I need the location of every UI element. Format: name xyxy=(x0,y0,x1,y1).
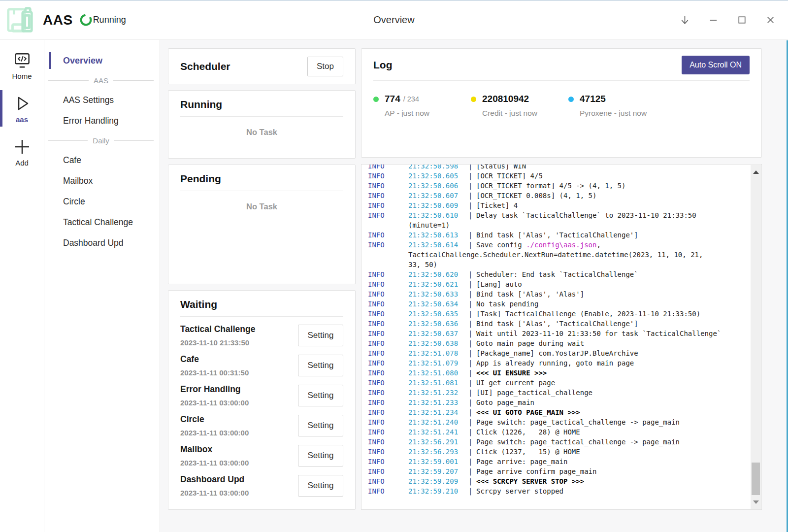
rail-item-aas[interactable]: aas xyxy=(0,92,44,125)
sidebar-section-divider: AAS xyxy=(44,71,160,90)
window-controls xyxy=(679,14,788,26)
running-empty-text: No Task xyxy=(180,128,343,137)
sidebar-item-overview[interactable]: Overview xyxy=(44,50,160,71)
pending-card: Pending No Task xyxy=(168,165,356,284)
task-next-run-time: 2023-11-11 03:00:00 xyxy=(180,489,249,497)
maximize-icon[interactable] xyxy=(736,14,748,26)
home-code-monitor-icon xyxy=(12,52,33,69)
log-card: Log Auto Scroll ON 774 / 234 AP - just n… xyxy=(361,48,762,158)
waiting-task-tactical-challenge: Tactical Challenge 2023-11-10 21:33:50 S… xyxy=(180,324,343,347)
log-line: INFO 21:32:59.207 | Page arrive confirm … xyxy=(368,466,745,476)
log-console[interactable]: INFO 21:32:50.598 | [Status] WIN INFO 21… xyxy=(361,164,762,510)
task-setting-button[interactable]: Setting xyxy=(298,415,343,436)
stat-ap-just-now: 774 / 234 AP - just now xyxy=(373,94,471,118)
sidebar-item-circle[interactable]: Circle xyxy=(44,191,160,212)
log-line: INFO 21:32:50.636 | Bind task ['Alas', '… xyxy=(368,319,745,329)
log-line: INFO 21:32:50.607 | [OCR_TICKET 0.008s] … xyxy=(368,191,745,200)
active-indicator-bar xyxy=(49,52,51,69)
stat-dot-icon xyxy=(568,97,574,102)
task-name: Cafe xyxy=(180,354,249,365)
running-card: Running No Task xyxy=(168,90,356,159)
log-scrollbar-thumb[interactable] xyxy=(752,463,760,495)
titlebar: AAS Running Overview xyxy=(0,0,788,40)
minimize-icon[interactable] xyxy=(707,14,719,26)
log-line: INFO 21:32:56.293 | Click (1237, 15) @ H… xyxy=(368,447,745,457)
log-line: INFO 21:32:51.234 | <<< UI GOTO PAGE_MAI… xyxy=(368,407,745,417)
rail-item-add[interactable]: Add xyxy=(0,135,44,168)
task-setting-button[interactable]: Setting xyxy=(298,355,343,376)
waiting-task-cafe: Cafe 2023-11-11 00:31:50 Setting xyxy=(180,354,343,377)
download-update-icon[interactable] xyxy=(679,14,690,26)
scheduler-card: Scheduler Stop xyxy=(168,48,356,84)
log-line: INFO 21:32:50.635 | [Task] TacticalChall… xyxy=(368,309,745,319)
task-next-run-time: 2023-11-11 03:00:00 xyxy=(180,399,249,407)
log-line: INFO 21:32:50.633 | Bind task ['Alas', '… xyxy=(368,289,745,299)
log-line: INFO 21:32:50.621 | [Lang] auto xyxy=(368,279,745,289)
close-icon[interactable] xyxy=(764,14,776,26)
task-setting-button[interactable]: Setting xyxy=(298,445,343,466)
pending-empty-text: No Task xyxy=(180,202,343,211)
task-name: Circle xyxy=(180,414,249,425)
stat-pyroxene-just-now: 47125 Pyroxene - just now xyxy=(568,94,666,118)
task-next-run-time: 2023-11-11 00:31:50 xyxy=(180,368,249,377)
plus-icon xyxy=(13,137,32,156)
config-sidebar: Overview AAS AAS Settings Error Handling… xyxy=(44,40,160,532)
sidebar-item-tactical-challenge[interactable]: Tactical Challenge xyxy=(44,212,160,233)
sidebar-item-mailbox[interactable]: Mailbox xyxy=(44,170,160,191)
rail-item-home[interactable]: Home xyxy=(0,50,44,81)
log-line: INFO 21:32:50.598 | [Status] WIN xyxy=(368,164,745,171)
running-spinner-icon xyxy=(79,13,93,27)
log-line: INFO 21:32:59.001 | Page arrive: page_ma… xyxy=(368,457,745,466)
app-logo-icon xyxy=(4,5,35,35)
task-name: Dashboard Upd xyxy=(180,474,249,485)
scheduler-status-text: Running xyxy=(93,15,126,25)
waiting-title: Waiting xyxy=(180,299,343,310)
auto-scroll-toggle-button[interactable]: Auto Scroll ON xyxy=(682,56,750,74)
waiting-task-circle: Circle 2023-11-11 03:00:00 Setting xyxy=(180,414,343,437)
log-line: INFO 21:32:51.233 | Goto page_main xyxy=(368,398,745,407)
task-next-run-time: 2023-11-11 03:00:00 xyxy=(180,459,249,467)
log-line-continuation: TacticalChallenge.Scheduler.NextRun=date… xyxy=(368,250,745,260)
sidebar-item-dashboard-upd[interactable]: Dashboard Upd xyxy=(44,233,160,253)
log-line: INFO 21:32:50.637 | Wait until 2023-11-1… xyxy=(368,329,745,338)
waiting-task-dashboard-upd: Dashboard Upd 2023-11-11 03:00:00 Settin… xyxy=(180,474,343,497)
scroll-down-arrow-icon[interactable] xyxy=(751,497,761,507)
scheduler-stop-button[interactable]: Stop xyxy=(307,57,343,76)
task-next-run-time: 2023-11-11 03:00:00 xyxy=(180,429,249,437)
log-line: INFO 21:32:59.210 | Scrcpy server stoppe… xyxy=(368,486,745,496)
sidebar-item-error-handling[interactable]: Error Handling xyxy=(44,110,160,131)
log-line-continuation: (minute=1) xyxy=(368,220,745,230)
app-logo: AAS Running xyxy=(0,5,126,35)
log-line: INFO 21:32:51.079 | App is already runni… xyxy=(368,358,745,368)
task-setting-button[interactable]: Setting xyxy=(298,385,343,406)
log-line: INFO 21:32:50.613 | Bind task ['Alas', '… xyxy=(368,230,745,240)
log-line: INFO 21:32:51.241 | Click (1226, 28) @ H… xyxy=(368,427,745,437)
play-icon xyxy=(12,94,32,113)
sidebar-item-cafe[interactable]: Cafe xyxy=(44,150,160,170)
task-name: Error Handling xyxy=(180,384,249,395)
scheduler-title: Scheduler xyxy=(180,61,230,72)
log-line: INFO 21:32:51.240 | Page switch: page_ta… xyxy=(368,417,745,427)
task-name: Tactical Challenge xyxy=(180,324,255,334)
stat-credit-just-now: 220810942 Credit - just now xyxy=(471,94,568,118)
running-title: Running xyxy=(180,99,343,110)
log-line: INFO 21:32:59.209 | <<< SCRCPY SERVER ST… xyxy=(368,476,745,486)
log-line: INFO 21:32:50.634 | No task pending xyxy=(368,299,745,309)
stat-dot-icon xyxy=(471,97,476,102)
task-setting-button[interactable]: Setting xyxy=(298,475,343,497)
log-title: Log xyxy=(373,59,392,71)
scroll-up-arrow-icon[interactable] xyxy=(751,167,761,177)
app-name: AAS xyxy=(43,12,73,28)
stat-dot-icon xyxy=(373,97,379,102)
sidebar-item-aas-settings[interactable]: AAS Settings xyxy=(44,90,160,110)
main-area: Scheduler Stop Running No Task Pending N… xyxy=(160,40,788,532)
icon-rail: Home aas Add xyxy=(0,40,44,532)
log-line: INFO 21:32:50.638 | Goto main page durin… xyxy=(368,338,745,348)
task-name: Mailbox xyxy=(180,444,249,455)
log-line: INFO 21:32:50.620 | Scheduler: End task … xyxy=(368,269,745,279)
log-line: INFO 21:32:50.605 | [OCR_TICKET] 4/5 xyxy=(368,171,745,181)
task-setting-button[interactable]: Setting xyxy=(298,325,343,346)
log-line: INFO 21:32:51.078 | [Package_name] com.Y… xyxy=(368,348,745,358)
log-line: INFO 21:32:50.610 | Delay task `Tactical… xyxy=(368,210,745,220)
log-scrollbar[interactable] xyxy=(751,165,761,509)
